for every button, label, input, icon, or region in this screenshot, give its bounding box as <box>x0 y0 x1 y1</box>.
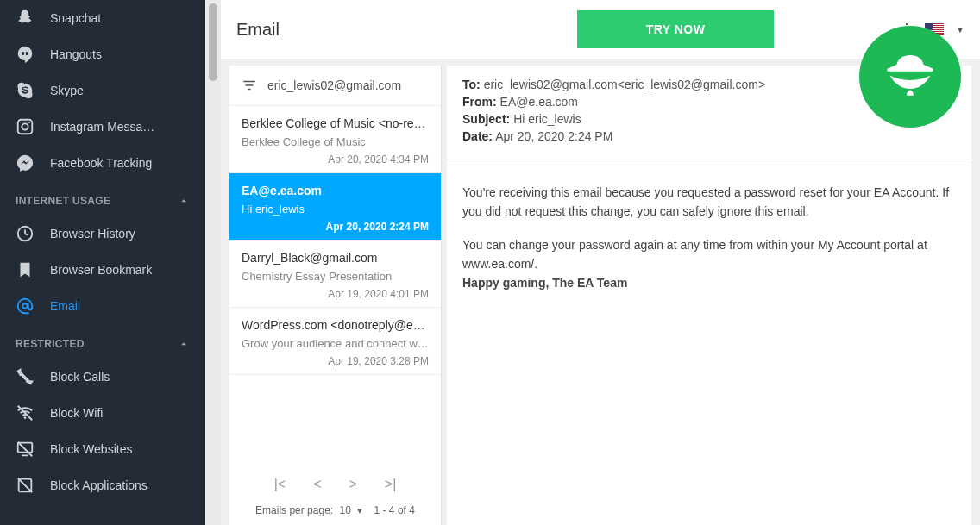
sidebar-item-facebook[interactable]: Facebook Tracking <box>0 145 205 181</box>
sidebar-label: Block Applications <box>50 478 148 492</box>
sidebar-item-block-applications[interactable]: Block Applications <box>0 467 205 503</box>
hangouts-icon <box>16 45 35 64</box>
sidebar-item-browser-history[interactable]: Browser History <box>0 216 205 252</box>
sidebar-label: Block Calls <box>50 370 110 384</box>
try-now-button[interactable]: TRY NOW <box>577 10 775 48</box>
from-label: From: <box>462 95 497 109</box>
sidebar-label: Facebook Tracking <box>50 156 152 170</box>
pager-prev-icon[interactable]: < <box>313 477 321 492</box>
scrollbar-thumb[interactable] <box>209 3 217 81</box>
sidebar-label: Browser History <box>50 227 135 241</box>
sidebar-item-email[interactable]: Email <box>0 288 205 324</box>
pager-next-icon[interactable]: > <box>349 477 357 492</box>
sidebar-item-browser-bookmark[interactable]: Browser Bookmark <box>0 252 205 288</box>
clock-icon <box>16 224 35 243</box>
email-from: WordPress.com <donotreply@e0.… <box>242 318 429 332</box>
phone-slash-icon <box>16 367 35 386</box>
email-from: EA@e.ea.com <box>242 184 429 197</box>
at-icon <box>16 297 35 316</box>
list-footer: |< < > >| Emails per page: 10 ▾ 1 - 4 of… <box>229 461 441 525</box>
section-label: INTERNET USAGE <box>16 195 110 207</box>
email-item[interactable]: EA@e.ea.com Hi eric_lewis Apr 20, 2020 2… <box>229 173 441 241</box>
sidebar-item-skype[interactable]: Skype <box>0 72 205 109</box>
sidebar-label: Block Wifi <box>50 406 103 420</box>
email-date: Apr 19, 2020 4:01 PM <box>242 288 429 300</box>
body-para: You can change your password again at an… <box>462 236 956 292</box>
snapchat-icon <box>16 9 35 28</box>
wifi-slash-icon <box>16 403 35 422</box>
sidebar-label: Block Websites <box>50 442 132 456</box>
email-subject: Chemistry Essay Presentation <box>242 270 429 283</box>
svg-point-4 <box>24 416 27 419</box>
pager-first-icon[interactable]: |< <box>274 477 286 492</box>
chevron-down-icon[interactable]: ▾ <box>357 504 362 516</box>
spy-avatar-icon <box>859 26 961 128</box>
account-label: eric_lewis02@gmail.com <box>267 78 401 92</box>
per-page-value[interactable]: 10 <box>339 504 350 516</box>
email-item[interactable]: WordPress.com <donotreply@e0.… Grow your… <box>229 308 441 375</box>
messenger-icon <box>16 153 35 172</box>
email-item[interactable]: Darryl_Black@gmail.com Chemistry Essay P… <box>229 241 441 308</box>
sidebar-label: Skype <box>50 84 84 97</box>
sidebar-label: Instagram Messa… <box>50 120 154 134</box>
sidebar-label: Snapchat <box>50 11 101 25</box>
main: Email TRY NOW ⋮ ▼ eric_lewis02@gmail.com… <box>221 0 980 525</box>
monitor-slash-icon <box>16 440 35 459</box>
section-restricted[interactable]: RESTRICTED <box>0 324 205 359</box>
body-para: You're receiving this email because you … <box>462 184 956 221</box>
svg-point-2 <box>28 122 30 123</box>
svg-point-1 <box>22 123 28 129</box>
date-label: Date: <box>462 129 493 143</box>
page-title: Email <box>236 20 280 40</box>
bookmark-icon <box>16 260 35 279</box>
sidebar-item-instagram[interactable]: Instagram Messa… <box>0 109 205 145</box>
sidebar: Snapchat Hangouts Skype Instagram Messa…… <box>0 0 205 525</box>
subject-value: Hi eric_lewis <box>513 112 581 126</box>
email-date: Apr 20, 2020 2:24 PM <box>242 221 429 233</box>
sidebar-item-hangouts[interactable]: Hangouts <box>0 36 205 72</box>
email-subject: Grow your audience and connect with … <box>242 337 429 350</box>
pager-last-icon[interactable]: >| <box>385 477 397 492</box>
app-slash-icon <box>16 476 35 495</box>
sidebar-label: Browser Bookmark <box>50 263 152 277</box>
to-value: eric_lewis02@gmail.com<eric_lewis02@gmai… <box>484 78 765 91</box>
section-internet-usage[interactable]: INTERNET USAGE <box>0 181 205 216</box>
to-label: To: <box>462 78 481 91</box>
filter-icon[interactable] <box>242 78 257 93</box>
subject-label: Subject: <box>462 112 510 126</box>
email-from: Darryl_Black@gmail.com <box>242 251 429 265</box>
message-body: You're receiving this email because you … <box>447 159 971 332</box>
section-label: RESTRICTED <box>16 338 85 350</box>
instagram-icon <box>16 117 35 136</box>
per-page-label: Emails per page: <box>255 504 333 516</box>
email-item[interactable]: Berklee College of Music <no-repl… Berkl… <box>229 106 441 173</box>
sidebar-item-block-wifi[interactable]: Block Wifi <box>0 395 205 431</box>
sidebar-item-snapchat[interactable]: Snapchat <box>0 0 205 36</box>
email-read-pane: To: eric_lewis02@gmail.com<eric_lewis02@… <box>447 66 971 525</box>
date-value: Apr 20, 2020 2:24 PM <box>495 129 612 143</box>
email-date: Apr 20, 2020 4:34 PM <box>242 153 429 166</box>
range-label: 1 - 4 of 4 <box>374 504 415 516</box>
svg-rect-0 <box>18 120 33 134</box>
email-date: Apr 19, 2020 3:28 PM <box>242 355 429 367</box>
scrollbar[interactable] <box>205 0 221 525</box>
list-header: eric_lewis02@gmail.com <box>229 66 441 106</box>
from-value: EA@e.ea.com <box>500 95 578 109</box>
email-list-pane: eric_lewis02@gmail.com Berklee College o… <box>229 66 442 525</box>
sidebar-item-block-calls[interactable]: Block Calls <box>0 359 205 395</box>
sidebar-label: Hangouts <box>50 47 102 61</box>
sidebar-label: Email <box>50 299 80 313</box>
email-subject: Hi eric_lewis <box>242 203 429 216</box>
chevron-up-icon <box>178 338 190 350</box>
email-subject: Berklee College of Music <box>242 135 429 148</box>
content: eric_lewis02@gmail.com Berklee College o… <box>221 59 980 525</box>
signoff: Happy gaming, The EA Team <box>462 276 627 290</box>
chevron-up-icon <box>178 195 190 207</box>
sidebar-item-block-websites[interactable]: Block Websites <box>0 431 205 467</box>
email-from: Berklee College of Music <no-repl… <box>242 116 429 130</box>
chevron-down-icon[interactable]: ▼ <box>956 25 964 34</box>
skype-icon <box>16 81 35 100</box>
